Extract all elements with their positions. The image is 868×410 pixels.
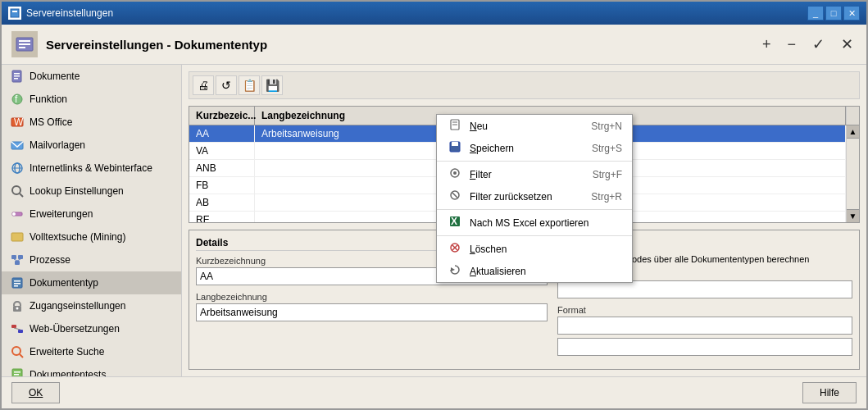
close-button[interactable]: ✕ (843, 6, 860, 20)
context-menu-sep-2 (437, 209, 632, 210)
add-button[interactable]: + (759, 34, 775, 55)
hilfe-button[interactable]: Hilfe (802, 382, 857, 403)
refresh-button[interactable]: ↺ (216, 75, 237, 95)
context-menu-shortcut-speichern: Strg+S (592, 143, 622, 154)
svg-line-26 (14, 259, 17, 261)
svg-rect-41 (14, 374, 19, 376)
sidebar-item-label: Dokumententyp (30, 277, 98, 289)
office-icon: W (10, 115, 25, 130)
minimize-button[interactable]: _ (807, 6, 824, 20)
context-menu-item-loschen[interactable]: Löschen (437, 238, 632, 260)
doctype-icon (10, 276, 25, 290)
startwert-input[interactable] (557, 280, 852, 298)
sidebar-item-mailvorlagen[interactable]: Mailvorlagen (2, 134, 181, 157)
access-icon (10, 298, 25, 313)
svg-point-18 (12, 186, 20, 194)
function-icon: f (10, 92, 25, 107)
context-menu-label-speichern: Speichern (470, 143, 575, 154)
svg-text:X: X (451, 216, 457, 227)
save-button[interactable]: 💾 (261, 75, 283, 95)
svg-rect-40 (14, 371, 20, 373)
svg-marker-60 (451, 267, 455, 271)
svg-line-38 (20, 354, 23, 358)
link-icon (10, 161, 25, 175)
context-menu-item-neu[interactable]: Neu Strg+N (437, 115, 632, 137)
sidebar-item-erweiterungen[interactable]: Erweiterungen (2, 203, 181, 226)
search-icon (10, 230, 25, 244)
delete-icon (447, 242, 463, 256)
title-bar-icon (8, 7, 21, 20)
table-cell-kurz: AB (189, 194, 255, 211)
context-menu-label-loschen: Löschen (470, 244, 606, 255)
sidebar-item-label: Prozesse (30, 254, 70, 266)
svg-rect-0 (11, 9, 19, 17)
maximize-button[interactable]: □ (825, 6, 842, 20)
svg-rect-5 (19, 47, 25, 48)
table-cell-kurz: AA (189, 125, 255, 142)
remove-button[interactable]: − (784, 34, 799, 55)
sidebar-item-funktion[interactable]: f Funktion (2, 88, 181, 111)
svg-line-27 (17, 259, 20, 261)
context-menu-label-neu: Neu (470, 121, 575, 132)
sidebar-item-lookup[interactable]: Lookup Einstellungen (2, 180, 181, 203)
format-input-2[interactable] (557, 338, 852, 356)
lang-input[interactable] (196, 303, 548, 321)
svg-rect-22 (11, 233, 23, 241)
svg-line-19 (20, 194, 23, 197)
svg-rect-23 (11, 255, 16, 259)
title-bar-buttons: _ □ ✕ (807, 6, 860, 20)
svg-rect-29 (14, 280, 20, 282)
toolbar: 🖨 ↺ 📋 💾 (189, 71, 860, 99)
sidebar-item-erweitertesuche[interactable]: Erweiterte Suche (2, 340, 181, 363)
context-menu-item-filter[interactable]: Filter Strg+F (437, 163, 632, 185)
svg-rect-34 (11, 325, 16, 328)
context-menu-item-excel[interactable]: X Nach MS Excel exportieren (437, 212, 632, 234)
header-icon (11, 31, 38, 57)
doctest-icon (10, 367, 25, 376)
sidebar-item-webubersetzungen[interactable]: Web-Übersetzungen (2, 317, 181, 340)
table-scrollbar[interactable]: ▲ ▼ (846, 125, 859, 222)
sidebar-item-dokumententyp[interactable]: Dokumententyp (2, 271, 181, 294)
lang-field-group: Langbezeichnung (196, 292, 548, 321)
sidebar-item-dokumententests[interactable]: Dokumententests (2, 363, 181, 376)
print-button[interactable]: 🖨 (193, 75, 214, 95)
content-area: 🖨 ↺ 📋 💾 Kurzbezeic... Langbezeichnung AA (182, 65, 866, 376)
sidebar-item-label: Dokumente (30, 71, 80, 82)
sidebar-item-volltextsuche[interactable]: Volltextsuche (Mining) (2, 226, 181, 248)
header-title: Servereinstellungen - Dokumententyp (46, 38, 759, 52)
sidebar-item-msoffice[interactable]: W MS Office (2, 111, 181, 134)
mail-icon (10, 138, 25, 153)
sidebar-item-prozesse[interactable]: Prozesse (2, 248, 181, 271)
format-input-1[interactable] (557, 317, 852, 335)
svg-rect-35 (18, 330, 23, 333)
svg-rect-9 (14, 78, 18, 80)
context-menu-item-aktualisieren[interactable]: Aktualisieren (437, 260, 632, 282)
context-menu-label-aktualisieren: Aktualisieren (470, 266, 606, 277)
copy-button[interactable]: 📋 (239, 75, 260, 95)
main-window: Servereinstellungen _ □ ✕ Servereinstell… (0, 0, 868, 410)
sidebar-item-dokumente[interactable]: Dokumente (2, 65, 181, 88)
table-scrollbar-header (846, 107, 859, 125)
svg-rect-4 (19, 43, 30, 45)
sidebar-item-label: MS Office (30, 116, 72, 128)
confirm-button[interactable]: ✓ (809, 34, 828, 55)
translate-icon (10, 321, 25, 336)
format-label: Format (557, 305, 852, 315)
sidebar-item-internetlinks[interactable]: Internetlinks & Webinterface (2, 157, 181, 180)
footer: OK Hilfe (2, 376, 866, 408)
context-menu-item-speichern[interactable]: Speichern Strg+S (437, 137, 632, 159)
process-icon (10, 253, 25, 267)
svg-text:W: W (14, 116, 24, 128)
document-icon (10, 69, 25, 84)
svg-point-33 (16, 308, 19, 310)
main-content: Dokumente f Funktion W MS Office Mailvor… (2, 65, 866, 376)
sidebar-item-zugangeinstellungen[interactable]: Zugangseinstellungen (2, 294, 181, 317)
header-close-button[interactable]: ✕ (838, 34, 857, 55)
context-menu-item-filter-zuruck[interactable]: Filter zurücksetzen Strg+R (437, 185, 632, 207)
format-inputs (557, 317, 852, 356)
table-cell-kurz: FB (189, 177, 255, 194)
svg-point-21 (12, 212, 16, 216)
ok-button[interactable]: OK (11, 382, 60, 403)
svg-rect-25 (15, 261, 20, 265)
sidebar-item-label: Volltextsuche (Mining) (30, 231, 125, 243)
